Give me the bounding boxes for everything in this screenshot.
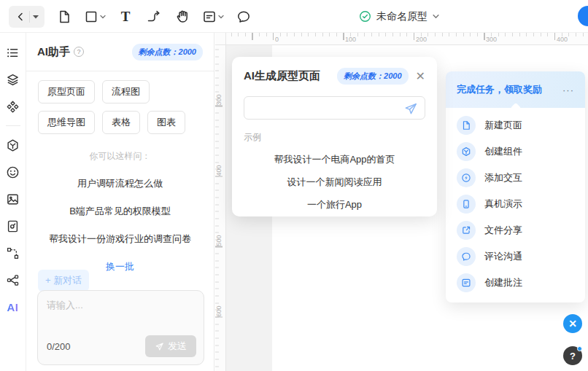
share-nodes-icon xyxy=(6,273,20,287)
components-icon xyxy=(6,100,20,114)
hand-icon xyxy=(175,9,190,24)
connector-tool-button[interactable] xyxy=(145,7,163,27)
ruler-corner xyxy=(215,33,226,45)
suggestion-item[interactable]: B端产品常见的权限模型 xyxy=(26,205,214,218)
dialog-title: AI生成原型页面 xyxy=(244,69,320,83)
image-library-button[interactable] xyxy=(3,189,23,209)
vertical-ruler: 200 300 400 500 600 xyxy=(215,33,226,371)
material-library-button[interactable] xyxy=(3,135,23,155)
vector-path-icon xyxy=(6,246,20,260)
chat-input-footer: 0/200 发送 xyxy=(47,335,196,357)
category-mindmap-button[interactable]: 思维导图 xyxy=(38,111,95,134)
file-share-icon xyxy=(457,221,476,240)
chevron-down-icon xyxy=(100,15,106,19)
task-reward-panel: 完成任务，领取奖励 ··· 新建页面 创建组件 添加交互 真机演示 xyxy=(446,71,585,302)
layers-button[interactable] xyxy=(3,69,23,90)
example-item[interactable]: 设计一个新闻阅读应用 xyxy=(244,176,425,189)
example-item[interactable]: 一个旅行App xyxy=(244,198,425,211)
device-preview-icon xyxy=(457,195,476,214)
hand-tool-button[interactable] xyxy=(174,7,191,27)
help-floating-button[interactable]: ? xyxy=(563,346,582,365)
document-title: 未命名原型 xyxy=(376,10,428,23)
ruler-label: 100 xyxy=(345,36,356,43)
top-toolbar: T 未命名原型 xyxy=(0,0,588,33)
category-buttons: 原型页面 流程图 思维导图 表格 图表 xyxy=(26,71,214,137)
prompt-input[interactable] xyxy=(244,96,425,120)
task-list: 新建页面 创建组件 添加交互 真机演示 文件分享 评论沟通 xyxy=(446,108,585,296)
connector-icon xyxy=(147,9,161,24)
hexagon-component-icon xyxy=(6,138,20,152)
suggestion-item[interactable]: 帮我设计一份游戏行业的调查问卷 xyxy=(26,233,214,246)
more-options-icon[interactable]: ··· xyxy=(562,85,574,95)
dialog-header: AI生成原型页面 剩余点数：2000 ✕ xyxy=(244,68,425,85)
ruler-label: 500 xyxy=(215,230,223,251)
caret-down-icon xyxy=(33,15,39,19)
question-icon: ? xyxy=(570,351,576,362)
text-tool-button[interactable]: T xyxy=(117,7,134,27)
task-panel-header: 完成任务，领取奖励 ··· xyxy=(446,71,585,108)
list-icon xyxy=(6,46,20,60)
user-avatar[interactable] xyxy=(578,6,588,26)
task-label: 新建页面 xyxy=(484,119,522,132)
frame-icon xyxy=(84,9,98,24)
suggestion-item[interactable]: 用户调研流程怎么做 xyxy=(26,177,214,190)
task-item-device-preview[interactable]: 真机演示 xyxy=(446,191,585,217)
ai-logo-icon: AI xyxy=(7,301,19,313)
example-item[interactable]: 帮我设计一个电商App的首页 xyxy=(244,153,425,166)
ai-panel-header: AI助手 ? 剩余点数：2000 xyxy=(26,33,214,71)
task-item-add-interaction[interactable]: 添加交互 xyxy=(446,165,585,191)
chat-tool-button[interactable] xyxy=(235,7,252,27)
note-tool-button[interactable] xyxy=(202,9,224,24)
task-item-new-page[interactable]: 新建页面 xyxy=(446,112,585,138)
divider xyxy=(6,125,20,126)
task-panel-title: 完成任务，领取奖励 xyxy=(457,83,542,96)
back-menu-button[interactable] xyxy=(30,6,42,28)
ruler-label: 0 xyxy=(275,36,279,43)
category-prototype-button[interactable]: 原型页面 xyxy=(38,80,95,104)
category-chart-button[interactable]: 图表 xyxy=(147,111,185,134)
layers-icon xyxy=(6,73,20,87)
design-file-button[interactable] xyxy=(3,216,23,236)
category-flowchart-button[interactable]: 流程图 xyxy=(102,80,150,104)
outline-list-button[interactable] xyxy=(3,42,23,63)
saved-check-icon xyxy=(359,10,371,23)
ruler-label: 200 xyxy=(416,36,427,43)
send-button[interactable]: 发送 xyxy=(145,335,196,357)
category-table-button[interactable]: 表格 xyxy=(102,111,140,134)
close-icon[interactable]: ✕ xyxy=(416,71,425,82)
horizontal-ruler: 0 100 200 300 400 xyxy=(215,33,588,45)
note-icon xyxy=(202,9,217,24)
dismiss-floating-button[interactable]: ✕ xyxy=(563,314,582,333)
emoji-library-button[interactable] xyxy=(3,162,23,182)
ai-assistant-panel: AI助手 ? 剩余点数：2000 原型页面 流程图 思维导图 表格 图表 你可以… xyxy=(26,33,214,371)
task-item-comment[interactable]: 评论沟通 xyxy=(446,243,585,270)
task-label: 创建批注 xyxy=(484,276,522,289)
task-label: 添加交互 xyxy=(484,171,522,184)
vector-path-button[interactable] xyxy=(3,243,23,263)
help-icon[interactable]: ? xyxy=(74,47,84,57)
frame-tool-button[interactable] xyxy=(84,9,106,24)
new-chat-button[interactable]: + 新对话 xyxy=(38,270,89,292)
ruler-label: 600 xyxy=(215,300,223,322)
points-badge: 剩余点数：2000 xyxy=(337,68,408,85)
back-button[interactable] xyxy=(12,6,29,28)
close-icon: ✕ xyxy=(568,318,577,329)
smiley-icon xyxy=(6,165,20,179)
chevron-left-icon xyxy=(15,11,26,23)
page-tool-button[interactable] xyxy=(55,7,73,27)
back-button-group xyxy=(9,6,45,28)
points-badge: 剩余点数：2000 xyxy=(132,44,203,60)
components-button[interactable] xyxy=(3,96,23,117)
send-plane-icon[interactable] xyxy=(403,101,418,116)
ai-tools-button[interactable]: AI xyxy=(3,297,23,317)
send-plane-icon xyxy=(155,342,164,351)
share-graph-button[interactable] xyxy=(3,270,23,290)
task-item-create-component[interactable]: 创建组件 xyxy=(446,138,585,165)
document-title-group[interactable]: 未命名原型 xyxy=(359,0,439,33)
task-item-file-share[interactable]: 文件分享 xyxy=(446,217,585,243)
comment-icon xyxy=(457,247,476,266)
chevron-down-icon xyxy=(218,15,224,19)
task-label: 创建组件 xyxy=(484,145,522,158)
task-item-annotation[interactable]: 创建批注 xyxy=(446,270,585,296)
chat-input-box[interactable]: 请输入... 0/200 发送 xyxy=(37,290,204,365)
